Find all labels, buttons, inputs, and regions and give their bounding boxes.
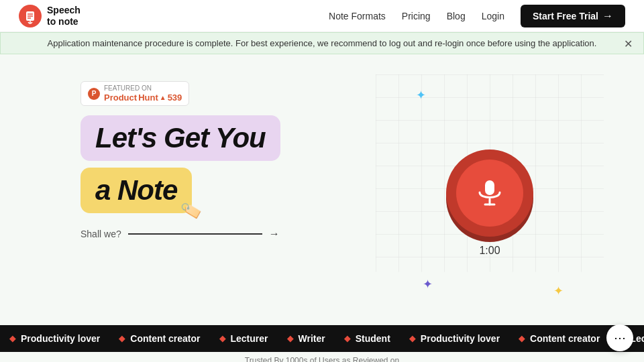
shall-we-arrow-icon: → <box>269 228 280 240</box>
ph-badge-text: FEATURED ON Product Hunt ▲ 539 <box>104 84 182 103</box>
scroll-item: ◆Content creator <box>109 333 209 344</box>
sparkle-bottom-right-icon: ✦ <box>553 284 564 298</box>
scroll-track: ◆Productivity lover◆Content creator◆Lect… <box>0 333 644 344</box>
left-content: P FEATURED ON Product Hunt ▲ 539 Let's G… <box>80 74 376 318</box>
headline-box-1: Let's Get You <box>80 115 280 161</box>
ph-count-number: 539 <box>168 93 182 103</box>
diamond-icon: ◆ <box>519 334 525 343</box>
arrow-icon: → <box>602 10 613 22</box>
record-button-wrap: 1:00 <box>446 149 533 257</box>
maintenance-banner: Application maintenance procedure is com… <box>0 32 644 54</box>
scroll-item: ◆Writer <box>278 333 335 344</box>
logo-text: Speech to note <box>47 5 80 27</box>
ph-logo-icon: P <box>88 88 100 100</box>
logo-icon <box>19 5 42 27</box>
sparkle-top-left-icon: ✦ <box>416 88 426 103</box>
ph-featured-on: FEATURED ON <box>104 84 182 93</box>
shall-we-text: Shall we? <box>80 229 121 239</box>
headline-text-1: Let's Get You <box>95 122 266 154</box>
banner-close-button[interactable]: ✕ <box>624 37 633 50</box>
trusted-by-text: Trusted By 1000s of Users as Reviewed on <box>245 356 399 362</box>
trusted-row: Trusted By 1000s of Users as Reviewed on <box>0 352 644 362</box>
scroll-item: ◆Content creator <box>509 333 609 344</box>
navbar: Speech to note Note Formats Pricing Blog… <box>0 0 644 32</box>
diamond-icon: ◆ <box>287 334 293 343</box>
record-button[interactable] <box>446 149 533 237</box>
banner-message: Application maintenance procedure is com… <box>48 38 597 48</box>
scroll-item: ◆Productivity lover <box>400 333 509 344</box>
svg-rect-7 <box>485 180 494 195</box>
diamond-icon: ◆ <box>344 334 350 343</box>
shall-we-row: Shall we? → <box>80 228 376 240</box>
nav-login[interactable]: Login <box>482 11 504 21</box>
ph-hunt-label: Hunt <box>138 93 158 103</box>
nav-pricing[interactable]: Pricing <box>402 11 431 21</box>
nav-blog[interactable]: Blog <box>447 11 466 21</box>
sparkle-bottom-left-icon: ✦ <box>423 277 433 292</box>
tag-icon: 🏷️ <box>179 199 203 223</box>
ph-upvote-icon: ▲ <box>160 94 166 101</box>
record-button-inner <box>456 160 523 227</box>
logo[interactable]: Speech to note <box>19 5 80 27</box>
diamond-icon: ◆ <box>219 334 225 343</box>
product-hunt-badge[interactable]: P FEATURED ON Product Hunt ▲ 539 <box>80 81 189 106</box>
shall-we-line <box>128 233 262 235</box>
chat-button[interactable]: ⋯ <box>606 324 633 351</box>
ph-product-label: Product <box>104 93 137 103</box>
timer-display: 1:00 <box>446 245 533 257</box>
main-content: P FEATURED ON Product Hunt ▲ 539 Let's G… <box>0 54 644 318</box>
scroll-item: ◆Lecturer <box>210 333 278 344</box>
nav-note-formats[interactable]: Note Formats <box>329 11 386 21</box>
start-free-trial-button[interactable]: Start Free Trial → <box>521 5 625 27</box>
diamond-icon: ◆ <box>409 334 415 343</box>
headline-text-2: a Note <box>95 174 177 206</box>
scroll-banner: ◆Productivity lover◆Content creator◆Lect… <box>0 325 644 352</box>
nav-links: Note Formats Pricing Blog Login Start Fr… <box>329 5 625 27</box>
chat-icon: ⋯ <box>614 330 626 345</box>
scroll-item: ◆Student <box>335 333 400 344</box>
diamond-icon: ◆ <box>119 334 125 343</box>
right-content: ✦ ✦ ✦ 1:00 <box>376 74 604 318</box>
ph-count: ▲ 539 <box>160 93 182 103</box>
diamond-icon: ◆ <box>9 334 15 343</box>
headline-box-2: a Note 🏷️ <box>80 168 192 213</box>
microphone-icon <box>473 176 506 210</box>
scroll-item: ◆Productivity lover <box>0 333 109 344</box>
